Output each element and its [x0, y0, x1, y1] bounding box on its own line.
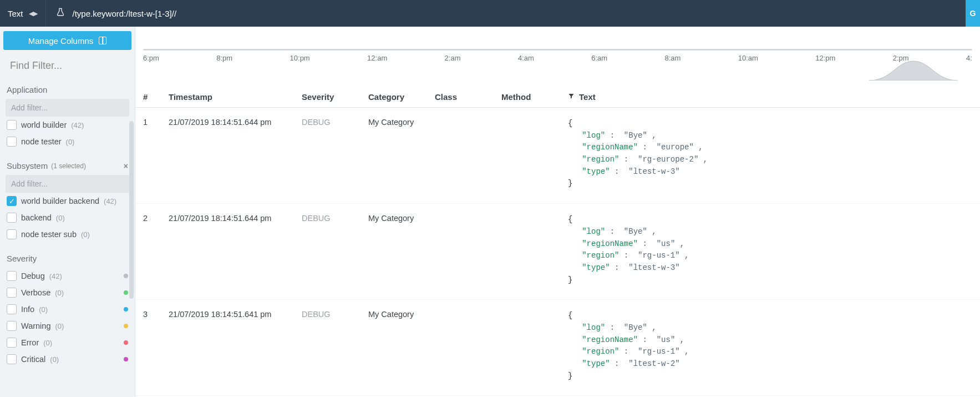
filter-count: (42)	[49, 272, 62, 280]
cell-class	[435, 118, 501, 190]
checkbox[interactable]	[7, 213, 17, 223]
timeline-bump	[869, 58, 958, 81]
timeline-tick: 6:pm	[143, 54, 159, 62]
table-row[interactable]: 121/07/2019 18:14:51.644 pmDEBUGMy Categ…	[135, 108, 980, 204]
filter-item-severity[interactable]: Info (0)	[6, 301, 129, 318]
cell-text: { "log" : "Bye" , "regionName" : "us" , …	[568, 310, 972, 382]
col-timestamp[interactable]: Timestamp	[169, 92, 302, 102]
filter-item[interactable]: node tester (0)	[6, 133, 129, 150]
group-title: Subsystem	[7, 161, 48, 170]
filter-count: (0)	[43, 339, 52, 347]
cell-category: My Category	[368, 310, 435, 382]
query-bar[interactable]: /type.keyword:/ltest-w-[1-3]//	[45, 0, 177, 27]
col-method[interactable]: Method	[501, 92, 568, 102]
severity-dot	[124, 290, 128, 295]
find-filter-input[interactable]	[0, 56, 135, 79]
filter-group-application: Application world builder (42) node test…	[0, 79, 135, 155]
table-row[interactable]: 221/07/2019 18:14:51.644 pmDEBUGMy Categ…	[135, 204, 980, 300]
checkbox[interactable]	[7, 137, 17, 147]
mode-switch[interactable]: Text ◀▶	[0, 9, 45, 18]
col-index[interactable]: #	[143, 92, 169, 102]
add-filter-input[interactable]	[6, 175, 129, 193]
scrollbar[interactable]	[129, 121, 134, 299]
cell-method	[501, 310, 568, 382]
cell-class	[435, 214, 501, 286]
col-class[interactable]: Class	[435, 92, 501, 102]
filter-item[interactable]: backend (0)	[6, 209, 129, 226]
right-rail-button[interactable]: G	[966, 0, 980, 27]
timeline-tick: 6:am	[591, 54, 607, 62]
main: 6:pm8:pm10:pm12:am2:am4:am6:am8:am10:am1…	[135, 27, 980, 397]
filter-count: (42)	[104, 197, 116, 205]
filter-count: (0)	[66, 138, 75, 146]
clear-icon[interactable]: ×	[124, 162, 128, 170]
funnel-icon	[568, 93, 575, 101]
filter-item[interactable]: ✓ world builder backend (42)	[6, 193, 129, 209]
cell-severity: DEBUG	[302, 214, 368, 286]
timeline-ticks: 6:pm8:pm10:pm12:am2:am4:am6:am8:am10:am1…	[143, 54, 972, 62]
filter-count: (0)	[55, 322, 64, 330]
cell-timestamp: 21/07/2019 18:14:51.641 pm	[169, 310, 302, 382]
filter-count: (0)	[56, 214, 65, 222]
filter-count: (42)	[71, 121, 84, 129]
filter-item-severity[interactable]: Critical (0)	[6, 351, 129, 368]
col-text[interactable]: Text	[568, 92, 972, 102]
manage-columns-button[interactable]: Manage Columns	[3, 31, 131, 50]
filter-item-severity[interactable]: Debug (42)	[6, 268, 129, 284]
table-row[interactable]: 321/07/2019 18:14:51.641 pmDEBUGMy Categ…	[135, 300, 980, 396]
severity-dot	[124, 340, 128, 345]
timeline-tick: 4:	[966, 54, 972, 62]
filter-count: (0)	[55, 289, 64, 297]
timeline-tick: 10:pm	[290, 54, 310, 62]
severity-dot	[124, 357, 128, 361]
col-category[interactable]: Category	[368, 92, 435, 102]
checkbox[interactable]	[7, 229, 17, 239]
filter-label: Warning	[21, 321, 50, 330]
severity-dot	[124, 307, 128, 311]
filter-count: (0)	[81, 230, 90, 239]
table-header: # Timestamp Severity Category Class Meth…	[135, 82, 980, 108]
filter-label: Verbose	[21, 288, 50, 297]
filter-item-severity[interactable]: Error (0)	[6, 334, 129, 351]
cell-timestamp: 21/07/2019 18:14:51.644 pm	[169, 118, 302, 190]
filter-label: Error	[21, 338, 39, 347]
col-severity[interactable]: Severity	[302, 92, 368, 102]
filter-group-subsystem: Subsystem (1 selected) × ✓ world builder…	[0, 155, 135, 248]
checkbox[interactable]: ✓	[7, 196, 17, 206]
timeline-tick: 8:am	[664, 54, 681, 62]
query-text: /type.keyword:/ltest-w-[1-3]//	[73, 9, 177, 18]
cell-timestamp: 21/07/2019 18:14:51.644 pm	[169, 214, 302, 286]
manage-columns-label: Manage Columns	[28, 36, 94, 46]
cell-index: 2	[143, 214, 169, 286]
checkbox[interactable]	[7, 354, 17, 364]
filter-item[interactable]: world builder (42)	[6, 117, 129, 133]
timeline-tick: 8:pm	[216, 54, 232, 62]
filter-label: world builder	[21, 120, 67, 129]
cell-index: 3	[143, 310, 169, 382]
cell-method	[501, 214, 568, 286]
filter-count: (0)	[50, 355, 59, 364]
add-filter-input[interactable]	[6, 99, 129, 117]
severity-dot	[124, 324, 128, 328]
table-body: 121/07/2019 18:14:51.644 pmDEBUGMy Categ…	[135, 108, 980, 397]
group-title: Severity	[7, 254, 37, 263]
filter-item-severity[interactable]: Warning (0)	[6, 318, 129, 334]
checkbox[interactable]	[7, 120, 17, 130]
filter-label: node tester	[21, 137, 62, 146]
timeline-tick: 2:am	[445, 54, 461, 62]
cell-index: 1	[143, 118, 169, 190]
timeline[interactable]: 6:pm8:pm10:pm12:am2:am4:am6:am8:am10:am1…	[135, 27, 980, 82]
timeline-tick: 4:am	[518, 54, 534, 62]
checkbox[interactable]	[7, 304, 17, 314]
filter-item[interactable]: node tester sub (0)	[6, 226, 129, 243]
checkbox[interactable]	[7, 288, 17, 298]
checkbox[interactable]	[7, 271, 17, 281]
filter-count: (0)	[39, 305, 48, 314]
sidebar: Manage Columns Application world builder…	[0, 27, 135, 397]
topbar: Text ◀▶ /type.keyword:/ltest-w-[1-3]// G	[0, 0, 980, 27]
filter-item-severity[interactable]: Verbose (0)	[6, 284, 129, 301]
swap-icon: ◀▶	[29, 10, 38, 17]
checkbox[interactable]	[7, 321, 17, 331]
checkbox[interactable]	[7, 338, 17, 348]
cell-severity: DEBUG	[302, 118, 368, 190]
